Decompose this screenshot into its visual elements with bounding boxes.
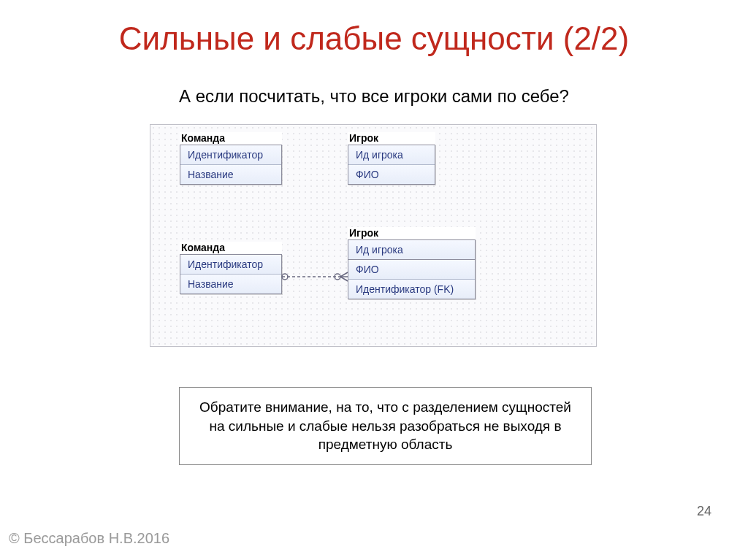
entity-attr: Название: [180, 165, 281, 184]
entity-team-bottom: Команда Идентификатор Название: [180, 242, 282, 294]
entity-attr: ФИО: [348, 260, 475, 280]
entity-label: Команда: [180, 132, 282, 144]
er-diagram: Команда Идентификатор Название Игрок Ид …: [150, 124, 597, 347]
entity-pk: Ид игрока: [348, 240, 475, 259]
entity-player-bottom: Игрок Ид игрока ФИО Идентификатор (FK): [348, 227, 476, 299]
entity-label: Игрок: [348, 227, 476, 239]
entity-attr: Ид игрока: [348, 145, 435, 165]
note-box: Обратите внимание, на то, что с разделен…: [179, 387, 592, 465]
entity-label: Команда: [180, 242, 282, 253]
entity-player-top: Игрок Ид игрока ФИО: [348, 132, 435, 185]
svg-point-5: [335, 274, 340, 280]
slide-subtitle: А если посчитать, что все игроки сами по…: [0, 86, 748, 107]
entity-attr: Идентификатор: [180, 255, 281, 275]
entity-attr: Название: [180, 275, 281, 294]
entity-attr: Идентификатор: [180, 145, 281, 165]
relationship-line: [282, 269, 349, 284]
entity-team-top: Команда Идентификатор Название: [180, 132, 282, 185]
svg-point-1: [282, 274, 288, 280]
svg-line-2: [340, 272, 348, 277]
page-number: 24: [697, 504, 711, 519]
copyright: © Бессарабов Н.В.2016: [9, 530, 169, 547]
entity-attr: Идентификатор (FK): [348, 280, 475, 299]
slide-title: Сильные и слабые сущности (2/2): [0, 20, 748, 57]
svg-line-4: [340, 277, 348, 281]
entity-attr: ФИО: [348, 165, 435, 184]
entity-label: Игрок: [348, 132, 435, 144]
